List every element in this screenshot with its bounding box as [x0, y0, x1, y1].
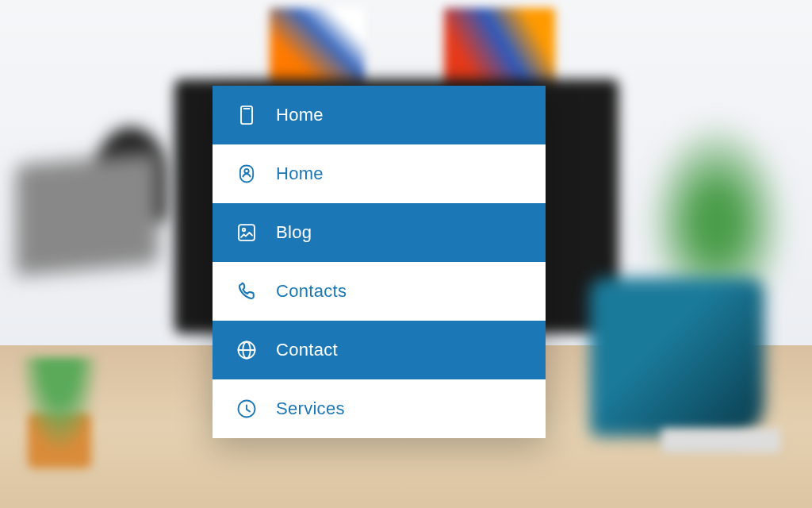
- menu-item-home-1[interactable]: Home: [213, 86, 546, 144]
- menu-item-label: Contacts: [276, 281, 347, 302]
- menu-item-contact[interactable]: Contact: [213, 321, 546, 379]
- navigation-menu: Home Home Blog Contacts: [213, 86, 546, 438]
- globe-icon: [235, 338, 259, 362]
- menu-item-label: Home: [276, 105, 324, 125]
- svg-point-4: [243, 229, 246, 232]
- menu-item-label: Services: [276, 398, 345, 419]
- menu-item-blog[interactable]: Blog: [213, 203, 546, 262]
- svg-point-2: [244, 169, 248, 173]
- person-icon: [235, 162, 259, 186]
- device-icon: [235, 103, 259, 127]
- menu-item-services[interactable]: Services: [213, 379, 546, 438]
- phone-icon: [235, 279, 259, 303]
- menu-item-label: Home: [276, 164, 324, 184]
- menu-item-label: Blog: [276, 222, 312, 243]
- image-icon: [235, 221, 259, 244]
- clock-icon: [235, 397, 259, 421]
- menu-item-home-2[interactable]: Home: [213, 144, 546, 203]
- menu-item-contacts[interactable]: Contacts: [213, 262, 546, 321]
- svg-rect-3: [239, 225, 255, 241]
- menu-item-label: Contact: [276, 340, 338, 360]
